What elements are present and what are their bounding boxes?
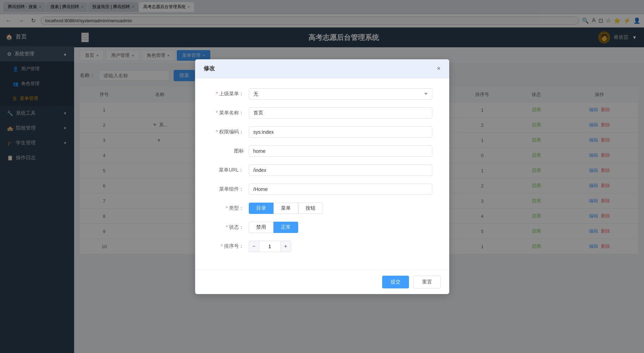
- menu-name-label: 菜单名称：: [212, 110, 244, 116]
- modal-footer: 提交 重置: [195, 270, 449, 294]
- permission-input[interactable]: [249, 126, 432, 138]
- sort-number-input: − +: [249, 241, 291, 252]
- status-buttons: 禁用 正常: [249, 222, 298, 233]
- parent-menu-select[interactable]: 无: [249, 88, 432, 100]
- type-btn-button[interactable]: 按钮: [298, 203, 323, 214]
- component-label: 菜单组件：: [212, 186, 244, 192]
- sort-label: 排序号：: [212, 243, 244, 250]
- form-row-sort: 排序号： − +: [212, 241, 432, 252]
- type-label: 类型：: [212, 205, 244, 211]
- status-label: 状态：: [212, 224, 244, 231]
- reset-form-button[interactable]: 重置: [413, 276, 441, 288]
- icon-label: 图标: [212, 148, 244, 154]
- url-input[interactable]: [249, 164, 432, 176]
- form-row-url: 菜单URL：: [212, 164, 432, 176]
- type-btn-directory[interactable]: 目录: [249, 203, 273, 214]
- form-row-parent: 上级菜单： 无: [212, 88, 432, 100]
- menu-name-input[interactable]: [249, 107, 432, 119]
- status-btn-normal[interactable]: 正常: [273, 222, 298, 233]
- status-btn-disabled[interactable]: 禁用: [249, 222, 273, 233]
- modal-title: 修改: [204, 65, 215, 72]
- modal-overlay: 修改 × 上级菜单： 无 菜单名称： 权限编码：: [0, 0, 644, 353]
- form-row-type: 类型： 目录 菜单 按钮: [212, 203, 432, 214]
- modal-close-button[interactable]: ×: [437, 65, 441, 72]
- url-label: 菜单URL：: [212, 167, 244, 173]
- component-input[interactable]: [249, 184, 432, 195]
- sort-field[interactable]: [259, 241, 281, 252]
- permission-label: 权限编码：: [212, 129, 244, 135]
- increment-button[interactable]: +: [281, 241, 291, 252]
- modal-header: 修改 ×: [195, 59, 449, 78]
- form-row-name: 菜单名称：: [212, 107, 432, 119]
- type-btn-menu[interactable]: 菜单: [273, 203, 298, 214]
- form-row-permission: 权限编码：: [212, 126, 432, 138]
- form-row-icon: 图标: [212, 145, 432, 157]
- form-row-component: 菜单组件：: [212, 184, 432, 195]
- submit-button[interactable]: 提交: [382, 276, 409, 288]
- modal-body: 上级菜单： 无 菜单名称： 权限编码： 图标 菜单: [195, 78, 449, 270]
- form-row-status: 状态： 禁用 正常: [212, 222, 432, 233]
- icon-input[interactable]: [249, 145, 432, 157]
- type-buttons: 目录 菜单 按钮: [249, 203, 323, 214]
- decrement-button[interactable]: −: [249, 241, 259, 252]
- edit-modal: 修改 × 上级菜单： 无 菜单名称： 权限编码：: [195, 59, 449, 294]
- parent-menu-label: 上级菜单：: [212, 91, 244, 97]
